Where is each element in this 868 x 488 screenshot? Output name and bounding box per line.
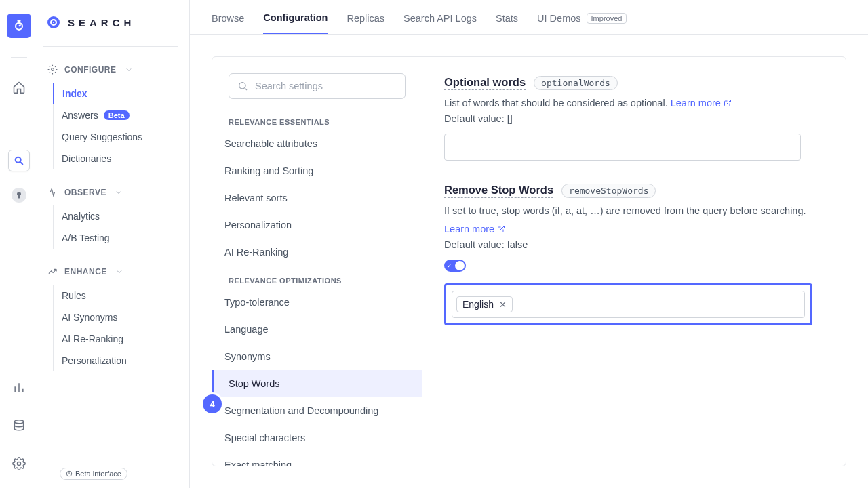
settings-nav: RELEVANCE ESSENTIALSSearchable attribute…: [212, 57, 422, 466]
sidebar-group-enhance[interactable]: ENHANCE: [43, 261, 178, 282]
brand-icon: [47, 16, 60, 28]
remove-stop-words-toggle[interactable]: ✓: [444, 260, 466, 272]
config-panel: 4 RELEVANCE ESSENTIALSSearchable attribu…: [212, 56, 846, 466]
svg-point-3: [17, 462, 20, 466]
optional-words-default: Default value: []: [444, 113, 824, 124]
external-link-icon: [724, 99, 732, 107]
app-logo[interactable]: [7, 14, 31, 38]
sidebar-item-index[interactable]: Index: [53, 83, 178, 104]
remove-stop-words-default: Default value: false: [444, 239, 824, 250]
optional-words-block: Optional words optionalWords List of wor…: [444, 76, 824, 161]
settings-nav-item-ai-re-ranking[interactable]: AI Re-Ranking: [212, 239, 422, 266]
sidebar-item-ai-re-ranking[interactable]: AI Re-Ranking: [54, 328, 178, 350]
remove-tag-icon[interactable]: ✕: [499, 300, 507, 310]
sidebar-group-observe[interactable]: OBSERVE: [43, 182, 178, 203]
sidebar-item-a-b-testing[interactable]: A/B Testing: [54, 227, 178, 249]
language-tag-english: English ✕: [456, 296, 513, 312]
optional-words-learn-more[interactable]: Learn more: [671, 96, 732, 110]
tab-browse[interactable]: Browse: [212, 13, 244, 33]
settings-nav-item-relevant-sorts[interactable]: Relevant sorts: [212, 184, 422, 211]
stop-words-language-input[interactable]: English ✕: [452, 291, 805, 318]
stop-words-language-highlight: English ✕: [444, 283, 812, 325]
analytics-icon[interactable]: [8, 377, 30, 399]
settings-search[interactable]: [229, 73, 406, 99]
beta-interface-pill[interactable]: Beta interface: [60, 468, 127, 480]
settings-body: 5 Optional words optionalWords List of w…: [422, 57, 846, 466]
home-icon[interactable]: [8, 77, 30, 98]
sidebar-item-rules[interactable]: Rules: [54, 285, 178, 306]
svg-point-2: [14, 420, 23, 424]
remove-stop-words-block: Remove Stop Words removeStopWords If set…: [444, 184, 824, 325]
sidebar-item-dictionaries[interactable]: Dictionaries: [54, 148, 178, 169]
tab-search-api-logs[interactable]: Search API Logs: [403, 13, 477, 33]
settings-nav-item-ranking-and-sorting[interactable]: Ranking and Sorting: [212, 157, 422, 184]
database-icon[interactable]: [8, 415, 30, 436]
tab-ui-demos[interactable]: UI DemosImproved: [537, 13, 627, 33]
tab-replicas[interactable]: Replicas: [347, 13, 384, 33]
icon-rail: [0, 0, 38, 488]
sidebar-group-configure[interactable]: CONFIGURE: [43, 59, 178, 80]
sidebar-item-query-suggestions[interactable]: Query Suggestions: [54, 126, 178, 148]
optional-words-input[interactable]: [444, 134, 801, 161]
sidebar-item-answers[interactable]: AnswersBeta: [54, 104, 178, 126]
hint-icon[interactable]: [12, 188, 26, 203]
sidebar-brand: SEARCH: [43, 16, 178, 28]
settings-nav-item-personalization[interactable]: Personalization: [212, 211, 422, 239]
settings-search-input[interactable]: [255, 81, 397, 92]
settings-nav-item-language[interactable]: Language: [212, 316, 422, 343]
optional-words-desc: List of words that should be considered …: [444, 96, 824, 110]
external-link-icon: [497, 225, 505, 233]
settings-nav-item-exact-matching[interactable]: Exact matching: [212, 451, 422, 466]
main: BrowseConfigurationReplicasSearch API Lo…: [190, 0, 868, 488]
search-icon: [237, 81, 248, 92]
remove-stop-words-param: removeStopWords: [561, 184, 656, 198]
settings-nav-item-stop-words[interactable]: Stop Words: [212, 370, 422, 397]
settings-nav-item-segmentation-and-decompounding[interactable]: Segmentation and Decompounding: [212, 397, 422, 424]
callout-step-4: 4: [203, 394, 222, 413]
settings-section-header: RELEVANCE ESSENTIALS: [229, 118, 406, 126]
sidebar-item-analytics[interactable]: Analytics: [54, 205, 178, 227]
svg-point-4: [52, 68, 54, 71]
settings-icon[interactable]: [8, 453, 30, 474]
tab-configuration[interactable]: Configuration: [263, 12, 328, 34]
tab-stats[interactable]: Stats: [496, 13, 518, 33]
remove-stop-words-title: Remove Stop Words: [444, 184, 553, 198]
brand-title: SEARCH: [68, 17, 135, 28]
settings-nav-item-synonyms[interactable]: Synonyms: [212, 343, 422, 370]
settings-nav-item-special-characters[interactable]: Special characters: [212, 424, 422, 451]
sidebar: SEARCH CONFIGUREIndexAnswersBetaQuery Su…: [38, 0, 190, 488]
settings-nav-item-typo-tolerance[interactable]: Typo-tolerance: [212, 289, 422, 316]
remove-stop-words-desc: If set to true, stop words (if, a, at, ……: [444, 203, 824, 218]
svg-point-6: [239, 83, 245, 89]
optional-words-title: Optional words: [444, 76, 526, 90]
settings-nav-item-searchable-attributes[interactable]: Searchable attributes: [212, 130, 422, 157]
settings-section-header: RELEVANCE OPTIMIZATIONS: [229, 277, 406, 285]
remove-stop-words-learn-more[interactable]: Learn more: [444, 222, 505, 237]
search-nav-icon[interactable]: [8, 150, 30, 171]
sidebar-item-ai-synonyms[interactable]: AI Synonyms: [54, 306, 178, 328]
sidebar-item-personalization[interactable]: Personalization: [54, 350, 178, 371]
optional-words-param: optionalWords: [534, 76, 618, 90]
tabs: BrowseConfigurationReplicasSearch API Lo…: [190, 0, 868, 35]
